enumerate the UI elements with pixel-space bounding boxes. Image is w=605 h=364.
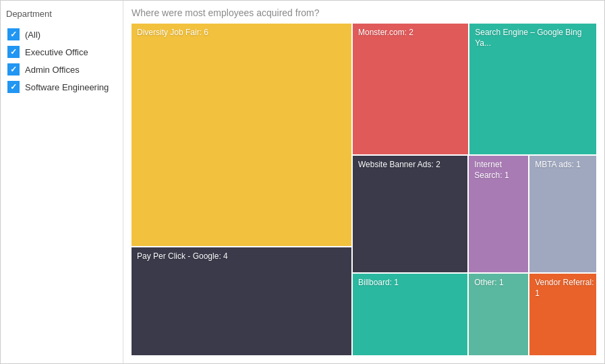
- sidebar-item-executive-office[interactable]: Executive Office: [6, 43, 117, 61]
- checkbox-all[interactable]: [7, 28, 20, 40]
- treemap-right-column: Monster.com: 2 Search Engine – Google Bi…: [353, 24, 596, 355]
- cell-mbta[interactable]: MBTA ads: 1: [529, 156, 596, 272]
- treemap-row-top: Monster.com: 2 Search Engine – Google Bi…: [353, 24, 596, 154]
- cell-banner[interactable]: Website Banner Ads: 2: [353, 156, 467, 272]
- sidebar-label-admin-offices: Admin Offices: [25, 65, 80, 75]
- cell-billboard-label: Billboard: 1: [358, 278, 399, 289]
- cell-banner-label: Website Banner Ads: 2: [358, 160, 440, 171]
- cell-other[interactable]: Other: 1: [469, 274, 528, 355]
- sidebar-item-all[interactable]: (All): [6, 26, 117, 43]
- chart-area: Where were most employees acquired from?…: [123, 1, 604, 363]
- sidebar-item-software-engineering[interactable]: Software Engineering: [6, 78, 117, 96]
- cell-monster[interactable]: Monster.com: 2: [353, 24, 468, 154]
- cell-monster-label: Monster.com: 2: [358, 28, 413, 38]
- cell-pay-per-click[interactable]: Pay Per Click - Google: 4: [132, 247, 351, 355]
- sidebar-label-executive-office: Executive Office: [25, 47, 88, 57]
- treemap: Diversity Job Fair: 6 Pay Per Click - Go…: [132, 24, 596, 355]
- checkbox-executive-office[interactable]: [7, 46, 20, 58]
- cell-search-engine-label: Search Engine – Google Bing Ya...: [475, 28, 596, 49]
- sidebar-item-admin-offices[interactable]: Admin Offices: [6, 61, 117, 78]
- checkbox-admin-offices[interactable]: [7, 63, 20, 75]
- cell-vendor-referral[interactable]: Vendor Referral: 1: [529, 274, 596, 355]
- cell-diversity-label: Diversity Job Fair: 6: [137, 28, 208, 38]
- chart-title: Where were most employees acquired from?: [132, 7, 596, 18]
- cell-search-engine[interactable]: Search Engine – Google Bing Ya...: [469, 24, 596, 154]
- cell-other-label: Other: 1: [474, 278, 503, 289]
- cell-billboard[interactable]: Billboard: 1: [353, 274, 467, 355]
- checkbox-software-engineering[interactable]: [7, 81, 20, 93]
- cell-diversity-job-fair[interactable]: Diversity Job Fair: 6: [132, 24, 351, 246]
- sidebar-title: Department: [6, 9, 117, 19]
- sidebar: Department (All) Executive Office Admin …: [1, 1, 123, 363]
- cell-internet-label: Internet Search: 1: [474, 160, 528, 181]
- sidebar-label-all: (All): [25, 30, 40, 40]
- treemap-row-middle: Website Banner Ads: 2 Internet Search: 1…: [353, 156, 596, 272]
- cell-vendor-label: Vendor Referral: 1: [535, 278, 596, 299]
- treemap-row-bottom: Billboard: 1 Other: 1 Vendor Referral: 1: [353, 274, 596, 355]
- content-area: Department (All) Executive Office Admin …: [1, 1, 604, 363]
- cell-mbta-label: MBTA ads: 1: [535, 160, 581, 171]
- treemap-left-column: Diversity Job Fair: 6 Pay Per Click - Go…: [132, 24, 351, 355]
- main-window: Department (All) Executive Office Admin …: [0, 0, 605, 364]
- cell-ppc-label: Pay Per Click - Google: 4: [137, 251, 228, 262]
- cell-internet-search[interactable]: Internet Search: 1: [469, 156, 528, 272]
- sidebar-label-software-engineering: Software Engineering: [25, 82, 109, 92]
